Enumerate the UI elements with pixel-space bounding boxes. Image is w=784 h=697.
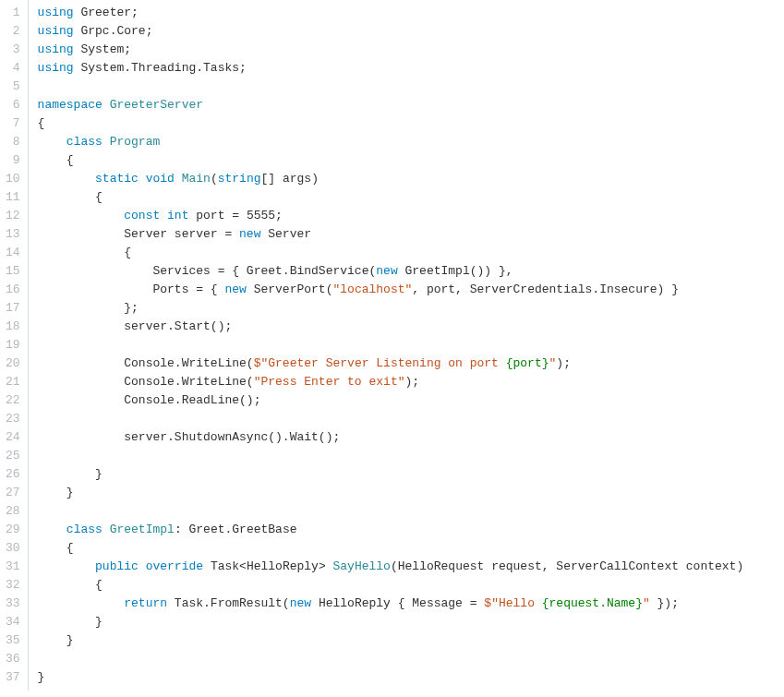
code-line: { [38,539,784,558]
line-number: 1 [6,4,20,22]
code-line: Ports = { new ServerPort("localhost", po… [38,281,784,299]
line-number-gutter: 1234567891011121314151617181920212223242… [0,0,29,691]
line-number: 34 [6,613,20,631]
code-line: const int port = 5555; [38,207,784,225]
code-line: { [38,114,784,133]
line-number: 10 [6,170,20,188]
line-number: 4 [6,59,20,78]
line-number: 9 [6,151,20,170]
code-line: { [38,188,784,207]
code-line: class Program [38,133,784,151]
code-area[interactable]: using Greeter; using Grpc.Core; using Sy… [29,0,784,691]
code-line [38,336,784,355]
line-number: 19 [6,336,20,355]
line-number: 6 [6,96,20,114]
code-line: server.ShutdownAsync().Wait(); [38,428,784,447]
line-number: 37 [6,668,20,687]
code-line: server.Start(); [38,318,784,336]
line-number: 20 [6,355,20,373]
line-number: 21 [6,373,20,391]
code-line: namespace GreeterServer [38,96,784,114]
code-line: using Greeter; [38,4,784,22]
line-number: 25 [6,447,20,465]
line-number: 24 [6,428,20,447]
line-number: 36 [6,650,20,668]
line-number: 8 [6,133,20,151]
code-line: { [38,576,784,595]
code-line: } [38,484,784,502]
code-line [38,410,784,428]
code-line: using Grpc.Core; [38,22,784,41]
line-number: 28 [6,502,20,521]
line-number: 35 [6,631,20,650]
line-number: 27 [6,484,20,502]
code-line: Console.WriteLine("Press Enter to exit")… [38,373,784,391]
line-number: 2 [6,22,20,41]
line-number: 29 [6,521,20,539]
line-number: 31 [6,558,20,576]
line-number: 13 [6,225,20,244]
line-number: 26 [6,465,20,484]
code-line [38,650,784,668]
line-number: 5 [6,78,20,96]
code-line: } [38,465,784,484]
line-number: 3 [6,41,20,59]
line-number: 7 [6,114,20,133]
code-line [38,447,784,465]
line-number: 16 [6,281,20,299]
line-number: 32 [6,576,20,595]
line-number: 23 [6,410,20,428]
line-number: 15 [6,262,20,281]
code-line: using System; [38,41,784,59]
code-line: } [38,613,784,631]
line-number: 22 [6,391,20,410]
line-number: 12 [6,207,20,225]
code-line: public override Task<HelloReply> SayHell… [38,558,784,576]
code-line [38,78,784,96]
code-line: { [38,244,784,262]
code-editor: 1234567891011121314151617181920212223242… [0,0,784,691]
code-line: { [38,151,784,170]
code-line: Services = { Greet.BindService(new Greet… [38,262,784,281]
code-line: class GreetImpl: Greet.GreetBase [38,521,784,539]
code-line: } [38,631,784,650]
line-number: 30 [6,539,20,558]
line-number: 17 [6,299,20,318]
code-line: Console.ReadLine(); [38,391,784,410]
code-line: using System.Threading.Tasks; [38,59,784,78]
code-line: Server server = new Server [38,225,784,244]
code-line: }; [38,299,784,318]
code-line: Console.WriteLine($"Greeter Server Liste… [38,355,784,373]
code-line: return Task.FromResult(new HelloReply { … [38,595,784,613]
line-number: 11 [6,188,20,207]
code-line [38,502,784,521]
line-number: 18 [6,318,20,336]
line-number: 14 [6,244,20,262]
line-number: 33 [6,595,20,613]
code-line: static void Main(string[] args) [38,170,784,188]
code-line: } [38,668,784,687]
